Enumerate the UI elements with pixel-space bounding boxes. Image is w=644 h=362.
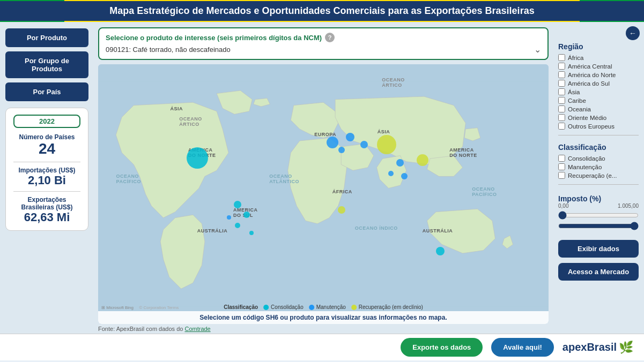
tax-slider-min[interactable] [558,211,639,220]
region-america-central[interactable]: América Central [558,63,639,70]
acesso-mercado-button[interactable]: Acesso a Mercado [558,263,639,281]
map-notification-bar: Selecione um código SH6 ou produto para … [98,311,549,324]
checkbox-caribe[interactable] [558,97,565,104]
checkbox-oriente-medio[interactable] [558,114,565,121]
header-inner: Mapa Estratégico de Mercados e Oportunid… [0,1,644,21]
bubble-north-america [187,147,208,169]
tax-slider-max[interactable] [558,222,639,230]
exibir-dados-button[interactable]: Exibir dados [558,240,639,258]
por-produto-button[interactable]: Por Produto [5,28,88,47]
checkbox-africa[interactable] [558,54,565,61]
checkbox-outros-europeus[interactable] [558,123,565,130]
region-asia[interactable]: Ásia [558,88,639,95]
tax-filter: Imposto (%) 0,00 1.005,00 [558,190,639,235]
main-container: Por Produto Por Grupo de Produtos Por Pa… [0,22,644,334]
product-label-text: Selecione o produto de interesse (seis p… [106,34,322,42]
footer: Exporte os dados Avalie aqui! apexBrasil… [0,334,644,360]
right-sidebar: ← Região África América Central América … [553,22,644,334]
center-area: Selecione o produto de interesse (seis p… [94,22,553,334]
map-background: OceanoÁrtico OceanoÁrtico AMERICADO NORT… [98,64,549,324]
class-recuperacao[interactable]: Recuperação (e... [558,172,639,179]
bubble-europe-3 [360,141,368,148]
checkbox-asia[interactable] [558,88,565,95]
header: Mapa Estratégico de Mercados e Oportunid… [0,0,644,22]
apex-logo: apexBrasil🌿 [562,341,633,355]
filter-divider-1 [558,135,639,135]
checkbox-recuperacao[interactable] [558,172,565,179]
checkbox-america-central[interactable] [558,63,565,70]
legend-recuperacao: Recuperação (em declínio) [351,304,423,310]
classification-checkboxes: Consolidação Manutenção Recuperação (e..… [558,155,639,179]
region-outros-europeus[interactable]: Outros Europeus [558,123,639,130]
notification-text: Selecione um código SH6 ou produto para … [199,314,447,321]
apex-leaf-icon: 🌿 [619,341,633,355]
filter-divider-2 [558,184,639,185]
chevron-down-icon: ⌄ [534,44,541,55]
region-africa[interactable]: África [558,54,639,61]
consolidacao-label: Consolidação [271,304,304,310]
stats-card: 2022 Número de Países 24 Importações (US… [5,108,88,231]
bubble-asia-4 [388,171,394,176]
region-oceania[interactable]: Oceania [558,105,639,112]
legend-title: Classificação [224,304,258,310]
product-selector: Selecione o produto de interesse (seis p… [98,27,549,60]
class-manutencao[interactable]: Manutenção [558,163,639,170]
bubble-africa [338,206,345,214]
region-filter-title: Região [558,42,639,51]
checkbox-consolidacao[interactable] [558,155,565,162]
class-consolidacao[interactable]: Consolidação [558,155,639,162]
source-text: Fonte: ApexBrasil com dados do [98,326,183,332]
imports-label: Importações (US$) [13,167,80,174]
classification-filter: Classificação Consolidação Manutenção Re… [558,141,639,179]
manutencao-dot [309,305,314,310]
source-line: Fonte: ApexBrasil com dados do Comtrade [98,324,549,334]
legend-manutencao: Manutenção [309,304,346,310]
recuperacao-dot [351,305,357,310]
bubble-sa-2 [243,212,250,218]
checkbox-america-norte[interactable] [558,71,565,78]
legend-consolidacao: Consolidação [263,304,304,310]
bubble-sa-5 [227,215,231,220]
bubble-asia-2 [417,154,428,166]
region-checkboxes: África América Central América do Norte … [558,54,639,130]
map-container: OceanoÁrtico OceanoÁrtico AMERICADO NORT… [98,64,549,324]
bubble-sa-4 [249,231,254,235]
por-pais-button[interactable]: Por País [5,82,88,101]
world-map-svg [98,64,549,324]
map-legend: Classificação Consolidação Manutenção Re… [224,304,423,310]
left-sidebar: Por Produto Por Grupo de Produtos Por Pa… [0,22,94,334]
bubble-europe-2 [346,133,354,141]
slider-labels: 0,00 1.005,00 [558,203,639,209]
region-caribe[interactable]: Caribe [558,97,639,104]
por-grupo-button[interactable]: Por Grupo de Produtos [5,51,88,78]
region-america-sul[interactable]: América do Sul [558,80,639,87]
countries-label: Número de Países [13,133,80,141]
bubble-europe-4 [338,147,345,153]
bubble-sa-3 [235,223,240,228]
countries-value: 24 [13,141,80,157]
checkbox-manutencao[interactable] [558,163,565,170]
product-dropdown[interactable]: 090121: Café torrado, não descafeinado ⌄ [106,44,541,55]
exports-value: 62,63 Mi [13,211,80,224]
checkbox-america-sul[interactable] [558,80,565,87]
recuperacao-label: Recuperação (em declínio) [359,304,423,310]
year-badge: 2022 [13,115,80,128]
back-button[interactable]: ← [626,26,640,40]
export-button[interactable]: Exporte os dados [401,338,483,357]
comtrade-link[interactable]: Comtrade [184,326,210,332]
region-oriente-medio[interactable]: Oriente Médio [558,114,639,121]
map-attribution: ⊞ Microsoft Bing © Corporation Terms [101,305,179,310]
exports-label: Exportações Brasileiras (US$) [13,196,80,211]
help-icon[interactable]: ? [325,33,335,42]
product-label: Selecione o produto de interesse (seis p… [106,33,541,42]
imports-value: 2,10 Bi [13,174,80,187]
slider-max-label: 1.005,00 [618,203,639,209]
consolidacao-dot [263,305,269,310]
apex-logo-text: apexBrasil [562,341,617,353]
page-title: Mapa Estratégico de Mercados e Oportunid… [109,5,534,16]
classification-filter-title: Classificação [558,143,639,152]
evaluate-button[interactable]: Avalie aqui! [491,338,553,357]
checkbox-oceania[interactable] [558,105,565,112]
slider-min-label: 0,00 [558,203,568,209]
region-america-norte[interactable]: América do Norte [558,71,639,78]
